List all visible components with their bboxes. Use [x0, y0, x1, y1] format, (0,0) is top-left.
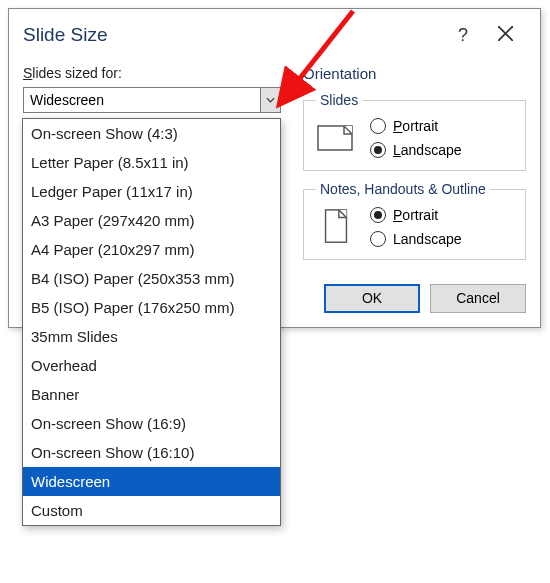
- combobox-value: Widescreen: [24, 92, 260, 108]
- slides-portrait-radio[interactable]: Portrait: [370, 118, 462, 134]
- orientation-section: Orientation Slides Portrait: [303, 65, 526, 270]
- combobox-dropdown-button[interactable]: [260, 88, 280, 112]
- notes-portrait-radio[interactable]: Portrait: [370, 207, 462, 223]
- radio-label: Landscape: [393, 231, 462, 247]
- cancel-button[interactable]: Cancel: [430, 284, 526, 313]
- dropdown-option[interactable]: A4 Paper (210x297 mm): [23, 235, 280, 264]
- dialog-title: Slide Size: [23, 24, 442, 46]
- radio-label: Portrait: [393, 207, 438, 223]
- slides-sized-for-combobox[interactable]: Widescreen: [23, 87, 281, 113]
- radio-icon: [370, 207, 386, 223]
- close-icon: [498, 26, 513, 41]
- ok-button[interactable]: OK: [324, 284, 420, 313]
- dropdown-option[interactable]: On-screen Show (4:3): [23, 119, 280, 148]
- chevron-down-icon: [266, 97, 275, 103]
- dropdown-option[interactable]: Letter Paper (8.5x11 in): [23, 148, 280, 177]
- dropdown-option[interactable]: B5 (ISO) Paper (176x250 mm): [23, 293, 280, 322]
- radio-label: Portrait: [393, 118, 438, 134]
- radio-icon: [370, 142, 386, 158]
- title-bar: Slide Size ?: [9, 9, 540, 57]
- notes-legend: Notes, Handouts & Outline: [316, 181, 490, 197]
- dropdown-option[interactable]: 35mm Slides: [23, 322, 280, 351]
- page-portrait-icon: [316, 208, 356, 246]
- dropdown-option[interactable]: On-screen Show (16:10): [23, 438, 280, 467]
- radio-icon: [370, 231, 386, 247]
- notes-landscape-radio[interactable]: Landscape: [370, 231, 462, 247]
- radio-icon: [370, 118, 386, 134]
- help-button[interactable]: ?: [442, 25, 484, 46]
- close-button[interactable]: [484, 25, 526, 46]
- slides-sized-for-label: Slides sized for:: [23, 65, 283, 81]
- slides-landscape-radio[interactable]: Landscape: [370, 142, 462, 158]
- slides-orientation-group: Slides Portrait: [303, 92, 526, 171]
- dropdown-option[interactable]: On-screen Show (16:9): [23, 409, 280, 438]
- dropdown-option[interactable]: Banner: [23, 380, 280, 409]
- page-landscape-icon: [316, 119, 356, 157]
- dropdown-option[interactable]: Overhead: [23, 351, 280, 380]
- notes-orientation-group: Notes, Handouts & Outline Portrait: [303, 181, 526, 260]
- radio-label: Landscape: [393, 142, 462, 158]
- dropdown-option[interactable]: A3 Paper (297x420 mm): [23, 206, 280, 235]
- slides-sized-for-dropdown[interactable]: On-screen Show (4:3)Letter Paper (8.5x11…: [22, 118, 281, 526]
- dropdown-option[interactable]: B4 (ISO) Paper (250x353 mm): [23, 264, 280, 293]
- dropdown-option[interactable]: Ledger Paper (11x17 in): [23, 177, 280, 206]
- dropdown-option[interactable]: Widescreen: [23, 467, 280, 496]
- dropdown-option[interactable]: Custom: [23, 496, 280, 525]
- orientation-heading: Orientation: [303, 65, 526, 82]
- slides-legend: Slides: [316, 92, 362, 108]
